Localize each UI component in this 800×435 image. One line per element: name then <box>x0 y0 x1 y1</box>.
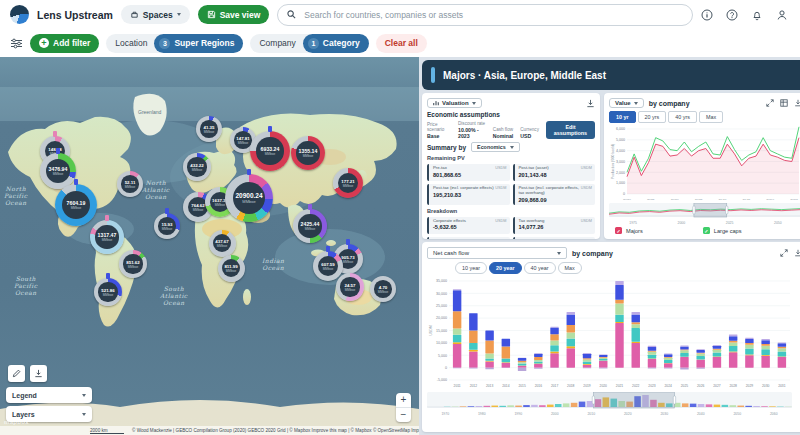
zoom-in-button[interactable]: + <box>396 393 411 407</box>
brush-selection-window[interactable] <box>694 203 727 217</box>
map-bubble[interactable]: 52.11MMboe <box>117 171 143 197</box>
bubble-pin-icon <box>165 208 169 214</box>
spaces-button[interactable]: Spaces <box>121 5 190 24</box>
brush-handle-right[interactable] <box>673 396 675 404</box>
cashflow-chart-range-selector[interactable]: 1970198019902000201020202030204020502060 <box>427 392 792 416</box>
filter-chip-value[interactable]: 1 Category <box>303 34 369 53</box>
expand-chart-button[interactable] <box>766 99 774 107</box>
tab-20-year[interactable]: 20 year <box>489 262 522 274</box>
economic-assumptions-title: Economic assumptions <box>427 111 595 118</box>
pv-card-posttax-corp: Post-tax (incl. corporate effects)195,21… <box>427 184 510 205</box>
svg-text:-5,000: -5,000 <box>437 378 447 382</box>
value-metric-select[interactable]: Value <box>609 98 644 108</box>
map-bubble[interactable]: 2425.44MMboe <box>293 209 327 243</box>
filter-chip-location[interactable]: Location 3 Super Regions <box>106 34 243 53</box>
bubble-pin-icon <box>326 246 330 252</box>
download-chart-button[interactable] <box>794 99 800 107</box>
value-chart-range-selector[interactable]: 1975200020252050 <box>609 203 800 224</box>
svg-text:1,000: 1,000 <box>616 181 625 185</box>
brush-selection-window[interactable] <box>593 392 674 408</box>
map-bubble[interactable]: 7604.19MMboe <box>55 184 97 226</box>
map-bubble[interactable]: 15.93MMboe <box>154 213 180 239</box>
zoom-out-button[interactable]: − <box>396 408 411 422</box>
svg-text:2025: 2025 <box>681 384 689 388</box>
legend-checkbox[interactable]: ✓ <box>615 227 622 234</box>
account-button[interactable] <box>776 9 788 21</box>
add-filter-button[interactable]: + Add filter <box>30 34 99 53</box>
app-title: Lens Upstream <box>37 9 113 21</box>
brush-handle-left[interactable] <box>693 206 695 214</box>
map-bubble[interactable]: 6933.24MMboe <box>250 131 290 171</box>
map-bubble[interactable]: 607.59MMboe <box>313 251 343 281</box>
map-scale: 2000 km <box>90 428 124 434</box>
map-bubble[interactable]: 4.70MMboe <box>370 276 396 302</box>
tab-10-year[interactable]: 10 year <box>455 262 487 274</box>
map-bubble[interactable]: 177.21MMboe <box>333 168 363 198</box>
map-bubble[interactable]: 1317.47MMboe <box>90 220 124 254</box>
edit-assumptions-button[interactable]: Edit assumptions <box>546 121 595 139</box>
cashflow-metric-select[interactable]: Net cash flow <box>427 247 567 259</box>
map-bubble[interactable]: 41.35MMboe <box>196 116 222 142</box>
filter-chip-value[interactable]: 3 Super Regions <box>154 34 243 53</box>
map-bubble[interactable]: 851.62MMboe <box>119 250 147 278</box>
export-valuation-button[interactable] <box>586 99 595 108</box>
table-view-button[interactable] <box>780 99 788 107</box>
clear-all-button[interactable]: Clear all <box>376 34 427 53</box>
search-input[interactable] <box>302 9 683 21</box>
save-view-button[interactable]: Save view <box>198 5 270 24</box>
map-bubble[interactable]: 20900.24MMboe <box>225 174 273 222</box>
valuation-selector-label: Valuation <box>442 100 469 106</box>
bubble-unit: MMboe <box>103 293 114 297</box>
chevron-down-icon <box>634 102 638 105</box>
ocean-label: South Pacific Ocean <box>14 275 38 296</box>
filter-count-badge: 3 <box>159 38 170 49</box>
map-bubble[interactable]: 1355.14MMboe <box>291 136 325 170</box>
map-bubble[interactable]: 437.67MMboe <box>209 230 236 257</box>
legend-panel-toggle[interactable]: Legend <box>6 387 92 403</box>
svg-text:30,000: 30,000 <box>436 292 447 296</box>
tab-max[interactable]: Max <box>699 111 723 123</box>
plus-icon: + <box>39 38 49 48</box>
svg-text:2030: 2030 <box>660 412 668 416</box>
svg-text:2018: 2018 <box>567 384 575 388</box>
bubble-center: 24.57MMboe <box>340 277 359 296</box>
valuation-selector[interactable]: Valuation <box>427 98 482 108</box>
map-bubble[interactable]: 811.99MMboe <box>218 255 245 282</box>
svg-text:2024: 2024 <box>665 384 673 388</box>
svg-text:1980: 1980 <box>478 412 486 416</box>
global-search[interactable] <box>277 4 693 26</box>
svg-text:2055: 2055 <box>790 199 798 201</box>
brush-handle-right[interactable] <box>726 206 728 214</box>
svg-text:Production ('000 boe/d): Production ('000 boe/d) <box>611 144 615 179</box>
download-chart-button[interactable] <box>794 249 800 257</box>
summary-by-select[interactable]: Economics <box>471 142 520 152</box>
export-map-button[interactable] <box>30 365 47 382</box>
brush-handle-left[interactable] <box>592 396 594 404</box>
info-button[interactable] <box>701 9 713 21</box>
tab-40-yrs[interactable]: 40 yrs <box>668 111 697 123</box>
bubble-unit: MMboe <box>53 172 64 176</box>
notifications-button[interactable] <box>751 9 763 21</box>
tab-max[interactable]: Max <box>558 262 582 274</box>
map-canvas[interactable]: North Pacific Ocean South Pacific Ocean … <box>0 57 419 435</box>
filter-chip-company[interactable]: Company 1 Category <box>250 34 368 53</box>
draw-button[interactable] <box>8 365 25 382</box>
map-bubble[interactable]: 521.86MMboe <box>94 278 122 306</box>
map-bubble[interactable]: 24.57MMboe <box>336 273 364 301</box>
tab-20-yrs[interactable]: 20 yrs <box>638 111 667 123</box>
filter-settings-button[interactable] <box>10 37 23 50</box>
tab-10-yr[interactable]: 10 yr <box>609 111 636 123</box>
legend-item-large-caps[interactable]: ✓Large caps <box>703 227 742 234</box>
panel-header: Majors · Asia, Europe, Middle East <box>422 60 800 90</box>
tab-40-year[interactable]: 40 year <box>524 262 556 274</box>
map-bubble[interactable]: 432.22MMboe <box>183 153 211 181</box>
help-button[interactable] <box>726 9 738 21</box>
svg-text:2040: 2040 <box>697 412 705 416</box>
legend-checkbox[interactable]: ✓ <box>703 227 710 234</box>
bubble-pin-icon <box>268 126 272 132</box>
details-panel: Majors · Asia, Europe, Middle East Valua… <box>419 57 800 435</box>
bubble-pin-icon <box>74 179 78 185</box>
legend-item-majors[interactable]: ✓Majors <box>615 227 643 234</box>
valuation-card: Valuation Economic assumptions Price sce… <box>422 93 600 239</box>
expand-chart-button[interactable] <box>780 249 788 257</box>
